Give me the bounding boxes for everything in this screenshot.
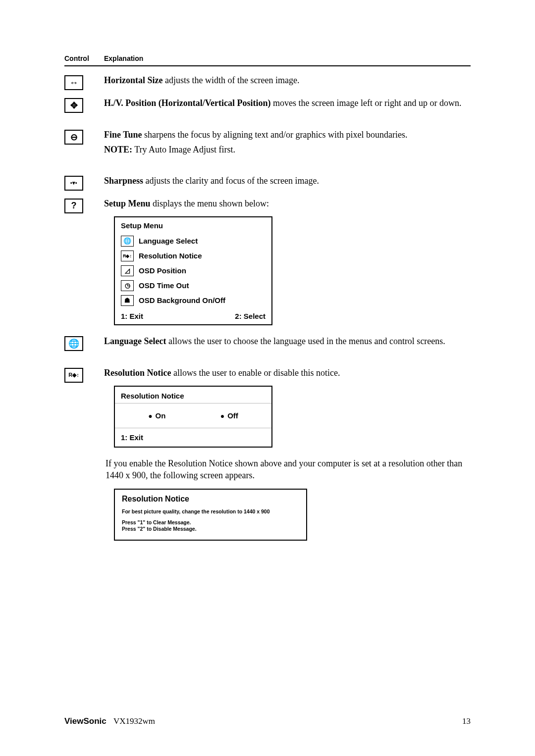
finetune-body: sharpens the focus by aligning text and/…	[142, 130, 408, 140]
header-control: Control	[64, 54, 104, 62]
osd-item-label: OSD Background On/Off	[139, 296, 225, 304]
page-number: 13	[462, 716, 471, 726]
header-explanation: Explanation	[104, 54, 471, 62]
hsize-icon: ↔	[64, 75, 83, 90]
resolution-notice-icon: R◆↕	[64, 368, 83, 383]
osd-item-label: Resolution Notice	[139, 252, 202, 260]
row-horizontal-size: ↔ Horizontal Size adjusts the width of t…	[64, 74, 471, 90]
timeout-icon: ◷	[121, 280, 134, 291]
hvpos-body: moves the screen image left or right and…	[270, 98, 461, 108]
row-setup-menu: ? Setup Menu displays the menu shown bel…	[64, 198, 471, 325]
sharpness-body: adjusts the clarity and focus of the scr…	[143, 176, 319, 186]
res-panel-title: Resolution Notice	[115, 387, 271, 403]
setupmenu-icon: ?	[64, 199, 83, 213]
osd-item: R◆↕Resolution Notice	[115, 249, 271, 263]
row-hv-position: ✥ H./V. Position (Horizontal/Vertical Po…	[64, 97, 471, 113]
res-panel-footer: 1: Exit	[115, 428, 271, 447]
row-resolution-notice: R◆↕ Resolution Notice allows the user to…	[64, 367, 471, 541]
osd-setup-title: Setup Menu	[115, 217, 271, 234]
row-sharpness: ▪▾▪ Sharpness adjusts the clarity and fo…	[64, 175, 471, 191]
hvpos-title: H./V. Position (Horizontal/Vertical Posi…	[104, 98, 270, 108]
finetune-note-body: Try Auto Image Adjust first.	[132, 145, 235, 154]
osd-item-label: Language Select	[139, 237, 198, 245]
radio-on: On	[148, 411, 165, 420]
langselect-title: Language Select	[104, 336, 166, 346]
row-fine-tune: ⊖ Fine Tune sharpens the focus by aligni…	[64, 129, 471, 159]
hvpos-icon: ✥	[64, 98, 83, 113]
notice-line1: Press "1" to Clear Message.	[122, 519, 299, 526]
osd-item: ◿OSD Position	[115, 263, 271, 278]
sharpness-title: Sharpness	[104, 176, 143, 186]
background-icon: ☗	[121, 295, 134, 306]
res-after-text: If you enable the Resolution Notice show…	[106, 457, 471, 482]
osd-item: 🌐Language Select	[115, 234, 271, 249]
finetune-note-label: NOTE:	[104, 145, 132, 154]
notice-line2: Press "2" to Disable Message.	[122, 526, 299, 533]
hsize-body: adjusts the width of the screen image.	[162, 75, 299, 85]
sharpness-icon: ▪▾▪	[64, 176, 83, 191]
footer-brand: ViewSonic	[64, 716, 107, 726]
position-icon: ◿	[121, 265, 134, 276]
resolution-notice-message-panel: Resolution Notice For best picture quali…	[114, 489, 307, 541]
notice-sub: For best picture quality, change the res…	[122, 508, 299, 514]
page-footer: ViewSonic VX1932wm 13	[64, 716, 471, 726]
resolution-icon: R◆↕	[121, 251, 134, 261]
resolution-notice-panel: Resolution Notice On Off 1: Exit	[114, 386, 272, 448]
row-language-select: 🌐 Language Select allows the user to cho…	[64, 335, 471, 351]
osd-setup-panel: Setup Menu 🌐Language Select R◆↕Resolutio…	[114, 216, 272, 325]
osd-footer-exit: 1: Exit	[121, 312, 143, 320]
hsize-title: Horizontal Size	[104, 75, 162, 85]
finetune-icon: ⊖	[64, 130, 83, 145]
setupmenu-title: Setup Menu	[104, 199, 151, 208]
langselect-body: allows the user to choose the language u…	[166, 336, 445, 346]
resnotice-body: allows the user to enable or disable thi…	[171, 368, 340, 378]
osd-item-label: OSD Time Out	[139, 281, 189, 290]
notice-title: Resolution Notice	[122, 495, 299, 504]
finetune-title: Fine Tune	[104, 130, 142, 140]
osd-footer-select: 2: Select	[235, 312, 266, 320]
table-header: Control Explanation	[64, 54, 471, 66]
osd-item-label: OSD Position	[139, 266, 186, 275]
globe-icon: 🌐	[121, 236, 134, 247]
osd-item: ◷OSD Time Out	[115, 278, 271, 293]
setupmenu-body: displays the menu shown below:	[151, 199, 269, 208]
language-select-icon: 🌐	[64, 336, 83, 351]
footer-model: VX1932wm	[113, 716, 155, 726]
osd-item: ☗OSD Background On/Off	[115, 293, 271, 308]
radio-off: Off	[220, 411, 238, 420]
resnotice-title: Resolution Notice	[104, 368, 171, 378]
